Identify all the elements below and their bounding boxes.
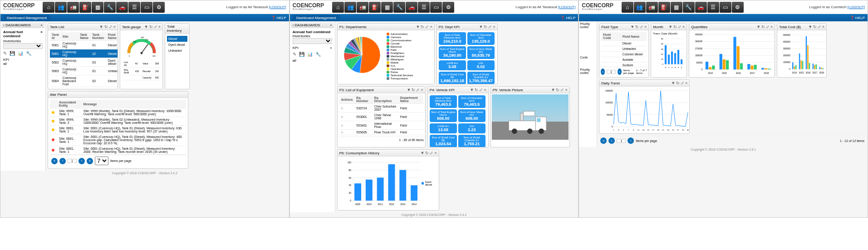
users-icon[interactable]: 👥 — [55, 2, 67, 13]
close-icon[interactable]: × — [682, 25, 685, 29]
chevron-icon[interactable]: ‹ — [293, 23, 294, 27]
expand-icon[interactable]: ⤢ — [766, 25, 770, 29]
refresh-icon[interactable]: ↻ — [475, 88, 478, 92]
pager-first[interactable]: « — [51, 158, 58, 164]
table-row[interactable]: ○553401International PlowField — [339, 121, 423, 130]
active-tab[interactable]: Dashboard Management — [293, 15, 340, 21]
logout-link[interactable]: [LOGOUT] — [558, 5, 575, 9]
col-header[interactable]: Site — [61, 32, 78, 41]
close-icon[interactable]: × — [644, 25, 647, 29]
sliders-icon[interactable]: ⚙ — [442, 2, 454, 13]
home-icon[interactable]: ⌂ — [332, 2, 344, 13]
close-icon[interactable]: × — [822, 25, 824, 29]
help-link[interactable]: ❓ HELP — [271, 16, 286, 20]
refresh-icon[interactable]: ↻ — [761, 25, 765, 29]
table-row[interactable]: 5002Coencorp HQ03Dyed diesel — [50, 58, 118, 67]
pager-page[interactable] — [617, 139, 626, 143]
col-header[interactable]: Tank Id — [50, 32, 61, 41]
filter-icon[interactable]: ▼ — [551, 88, 555, 92]
help-link[interactable]: ❓ HELP — [560, 16, 575, 20]
alarm-row[interactable]: Site: 0001, Tank: 1Site: 0001 (Coencorp … — [50, 126, 186, 134]
inventory-row[interactable]: Diesel — [167, 36, 187, 42]
filter-icon[interactable]: ▼ — [407, 88, 411, 92]
sidebar-item-all[interactable]: all — [3, 62, 43, 66]
close-icon[interactable]: × — [430, 25, 432, 29]
close-icon[interactable]: × — [40, 30, 43, 38]
vehicle-icon[interactable]: 🚗 — [406, 2, 417, 13]
pager-last[interactable]: » — [87, 158, 93, 164]
table-row[interactable]: Colored diesel — [601, 52, 647, 57]
refresh-icon[interactable]: ↻ — [149, 25, 153, 29]
add-icon[interactable]: + — [330, 23, 332, 27]
pencil-icon[interactable]: ✎ — [293, 52, 296, 57]
home-icon[interactable]: ⌂ — [43, 2, 54, 13]
table-row[interactable]: Unleaded — [601, 46, 647, 52]
truck-icon[interactable]: 🚛 — [67, 2, 79, 13]
table-row[interactable]: 5004Coencorp Bankcard Fuel02Diesel — [50, 75, 118, 87]
sliders-icon[interactable]: ⚙ — [153, 2, 165, 13]
table-row[interactable]: ○530724Chev Suburban 2007Field — [339, 104, 423, 113]
table-row[interactable]: Diesel — [601, 41, 647, 46]
refresh-icon[interactable]: ↻ — [412, 88, 415, 92]
users-icon[interactable]: 👥 — [344, 2, 356, 13]
vehicle-icon[interactable]: 🚗 — [695, 2, 707, 13]
close-icon[interactable]: × — [493, 25, 495, 29]
logout-link[interactable]: [LOGOUT] — [269, 5, 286, 9]
filter-icon[interactable]: ▼ — [756, 25, 760, 29]
close-icon[interactable]: × — [484, 88, 486, 92]
alarm-row[interactable]: Site: 9999, Tank: 1Site: 9999 (Mobile), … — [50, 108, 186, 117]
inventory-icon[interactable]: ▭ — [430, 2, 442, 13]
filter-icon[interactable]: ▼ — [668, 25, 672, 29]
filter-icon[interactable]: ▼ — [479, 25, 483, 29]
inventories-select[interactable] — [3, 43, 43, 49]
expand-icon[interactable]: ⤢ — [430, 151, 433, 155]
col-header[interactable]: Tank Number — [90, 32, 106, 41]
refresh-icon[interactable]: ↻ — [673, 25, 677, 29]
table-row[interactable]: 5001Coencorp HQ22Diesel — [50, 49, 118, 58]
expand-icon[interactable]: ⤢ — [416, 88, 420, 92]
wrench-icon[interactable]: 🔧 — [315, 52, 321, 57]
filter-icon[interactable]: ▼ — [420, 151, 424, 155]
alarm-row[interactable]: Site: 9999, Tank: 2Site: 9999 (Mobile), … — [50, 117, 186, 126]
filter-icon[interactable]: ▼ — [416, 25, 420, 29]
sidebar-item-kpi[interactable]: KPI — [3, 58, 43, 62]
truck-icon[interactable]: 🚛 — [646, 2, 658, 13]
inventory-icon[interactable]: ▭ — [720, 2, 731, 13]
table-row[interactable]: ○553001Chev Tahoe 1998Field — [339, 113, 423, 121]
sidebar-item-kpi[interactable]: KPI — [293, 46, 299, 50]
wrench-icon[interactable]: 🔧 — [26, 51, 31, 56]
inventory-icon[interactable]: ▭ — [141, 2, 152, 13]
table-row[interactable]: Sodium Formate — [601, 63, 647, 67]
close-icon[interactable]: × — [421, 88, 423, 92]
refresh-icon[interactable]: ↻ — [556, 88, 559, 92]
pencil-icon[interactable]: ✎ — [3, 51, 7, 56]
pager-prev[interactable]: ‹ — [601, 69, 605, 75]
close-icon[interactable]: × — [113, 25, 116, 29]
inventory-row[interactable]: Unleaded — [167, 48, 187, 54]
refresh-icon[interactable]: ↻ — [421, 25, 424, 29]
expand-icon[interactable]: ⤢ — [425, 25, 429, 29]
close-icon[interactable]: × — [158, 25, 161, 29]
list-icon[interactable]: ☰ — [128, 2, 140, 13]
save-icon[interactable]: 💾 — [10, 51, 15, 56]
save-icon[interactable]: 💾 — [299, 52, 304, 57]
expand-icon[interactable]: ⤢ — [640, 25, 643, 29]
expand-icon[interactable]: ⤢ — [154, 25, 157, 29]
filter-icon[interactable]: ▼ — [99, 25, 103, 29]
close-icon[interactable]: × — [434, 151, 436, 155]
refresh-icon[interactable]: ↻ — [676, 81, 680, 85]
dashboard-annual[interactable]: Annual fuel combined× — [3, 30, 43, 38]
table-row[interactable]: 5003Coencorp HQ01Unleaded — [50, 67, 118, 75]
pager-size[interactable]: 7 — [95, 157, 108, 165]
refresh-icon[interactable]: ↻ — [484, 25, 487, 29]
close-icon[interactable]: × — [565, 88, 567, 92]
filter-icon[interactable]: ▼ — [630, 25, 634, 29]
col-header[interactable]: Fluid Name — [106, 32, 118, 41]
expand-icon[interactable]: ⤢ — [560, 88, 564, 92]
fuel-icon[interactable]: ⛽ — [79, 2, 91, 13]
alarm-row[interactable]: Site: 0001, Tank: 1Site: 0001 (Coencorp … — [50, 146, 186, 155]
pager-prev[interactable]: ‹ — [608, 137, 615, 144]
filter-icon[interactable]: ▼ — [808, 25, 812, 29]
home-icon[interactable]: ⌂ — [622, 2, 633, 13]
refresh-icon[interactable]: ↻ — [635, 25, 639, 29]
